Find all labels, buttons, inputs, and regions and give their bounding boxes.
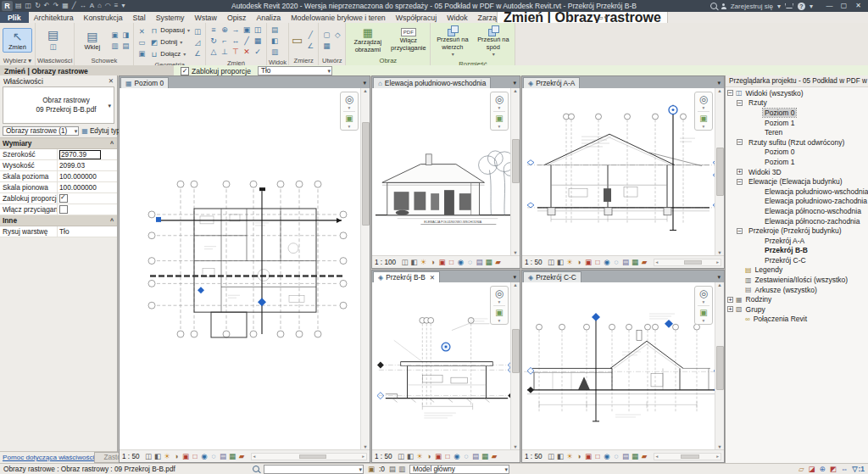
view-tab-poziom-0[interactable]: ▦ Poziom 0: [120, 77, 169, 88]
tree-item[interactable]: Poziom 0: [726, 108, 868, 118]
array-icon[interactable]: ▦: [253, 36, 263, 46]
steering-wheel-icon[interactable]: ◎: [345, 94, 353, 105]
linework-icon[interactable]: ▥: [270, 47, 280, 57]
crop-view-icon[interactable]: ▣: [584, 451, 593, 462]
select-links-icon[interactable]: ▱: [798, 465, 804, 473]
temporary-view-properties-icon[interactable]: ▤: [621, 451, 631, 462]
expander-icon[interactable]: −: [737, 100, 743, 106]
tree-item[interactable]: ▥ Zestawienia/Ilości (wszystko): [726, 275, 868, 285]
view-tab-przekroj-c-c[interactable]: ◈ Przekrój C-C: [523, 271, 581, 282]
navigation-bar[interactable]: ◎ ▾ ▣ ▾: [490, 286, 509, 325]
tree-item[interactable]: Elewacja północno-wschodnia: [726, 206, 868, 216]
property-row[interactable]: Rysuj warstwę Tło: [0, 226, 117, 237]
shadows-icon[interactable]: ◑: [575, 257, 584, 268]
show-crop-region-icon[interactable]: □: [443, 451, 453, 462]
geometry-button[interactable]: ⊓Dopasuj: [149, 25, 190, 36]
ribbon-tab[interactable]: Architektura: [29, 12, 79, 23]
create-group-icon[interactable]: ▢: [321, 30, 331, 40]
hide-analytical-model-icon[interactable]: ▦: [631, 451, 640, 462]
crop-view-icon[interactable]: ▣: [181, 451, 191, 462]
detail-level-icon[interactable]: ◫: [400, 257, 409, 268]
send-to-back-button[interactable]: Przesuń na spód: [474, 25, 512, 59]
print-icon[interactable]: ▦: [62, 0, 69, 12]
sun-path-icon[interactable]: ☀: [415, 451, 425, 462]
properties-close-icon[interactable]: ✕: [108, 77, 114, 85]
text-icon[interactable]: A: [90, 0, 94, 12]
property-row[interactable]: Zablokuj proporcje: [0, 193, 117, 204]
paint-icon[interactable]: ∠: [192, 48, 203, 59]
reveal-hidden-elements-icon[interactable]: ◌: [612, 451, 621, 462]
tree-item[interactable]: Przekrój A-A: [726, 236, 868, 246]
steering-wheel-icon[interactable]: ◎: [699, 94, 708, 105]
hide-element-icon[interactable]: ◧: [270, 36, 280, 46]
aligned-dimension-icon[interactable]: ↔: [80, 0, 86, 12]
join-icon[interactable]: ▣: [136, 48, 147, 59]
view-tab-przekroj-a-a[interactable]: ◈ Przekrój A-A: [523, 77, 580, 88]
tree-item[interactable]: − Elewacje (Elewacja budynku): [726, 176, 868, 187]
edit-type-button[interactable]: ▦ Edytuj typ: [81, 127, 121, 135]
sun-path-icon[interactable]: ☀: [163, 451, 172, 462]
ribbon-tab[interactable]: Stal: [128, 12, 151, 23]
view-tab-elewacja[interactable]: ⌂ Elewacja południowo-wschodnia: [373, 77, 491, 88]
property-row[interactable]: Inne: [0, 215, 117, 226]
type-selector-preview[interactable]: Obraz rastrowy 09 Przekroj B-B.pdf ▾: [3, 86, 114, 124]
reveal-constraints-icon[interactable]: ▰: [490, 451, 499, 462]
temporary-view-properties-icon[interactable]: ▤: [219, 451, 228, 462]
lock-proportions-checkbox[interactable]: ✓ Zablokuj proporcje: [181, 67, 251, 75]
vertical-scrollbar[interactable]: ▲ ▼: [715, 88, 724, 255]
unpin-icon[interactable]: ⊤: [231, 47, 241, 57]
visual-style-icon[interactable]: ◧: [406, 451, 415, 462]
steering-wheel-icon[interactable]: ◎: [699, 288, 708, 299]
crop-view-icon[interactable]: ▣: [437, 257, 447, 268]
reveal-constraints-icon[interactable]: ▰: [493, 257, 503, 268]
reveal-hidden-elements-icon[interactable]: ◌: [612, 257, 621, 268]
redo-icon[interactable]: ↷: [53, 0, 59, 12]
measure-ruler-icon[interactable]: ▭: [292, 33, 303, 47]
rotate-icon[interactable]: ↻: [209, 36, 219, 46]
sun-path-icon[interactable]: ☀: [565, 451, 575, 462]
tree-item[interactable]: + ▦ Rodziny: [726, 294, 868, 304]
reveal-constraints-icon[interactable]: ▰: [640, 257, 649, 268]
temporary-hide-isolate-icon[interactable]: ◉: [456, 257, 465, 268]
shadows-icon[interactable]: ◑: [172, 451, 181, 462]
geometry-button[interactable]: ◩Dotnij: [149, 36, 190, 47]
ribbon-tab[interactable]: Wstaw: [189, 12, 221, 23]
binoculars-icon[interactable]: [253, 466, 259, 472]
reveal-hidden-elements-icon[interactable]: ◌: [465, 257, 475, 268]
cut-icon[interactable]: ◨: [120, 30, 131, 40]
scale-icon[interactable]: △: [209, 47, 219, 57]
cut-geometry-icon[interactable]: ✕: [136, 26, 147, 36]
scale-button[interactable]: 1 : 50: [525, 453, 542, 460]
open-icon[interactable]: ▤: [15, 0, 22, 12]
visual-style-icon[interactable]: ◧: [556, 257, 565, 268]
tree-item[interactable]: Teren: [726, 127, 868, 137]
tree-item[interactable]: Elewacja południowo-wschodnia: [726, 187, 868, 197]
temporary-hide-isolate-icon[interactable]: ◉: [603, 451, 612, 462]
select-pinned-icon[interactable]: ⊕: [820, 465, 826, 473]
ribbon-tab[interactable]: Plik: [0, 12, 29, 23]
tree-item[interactable]: Elewacja północno-zachodnia: [726, 216, 868, 226]
scale-button[interactable]: 1 : 50: [122, 453, 140, 460]
create-similar-icon[interactable]: ◇: [332, 30, 342, 40]
detail-level-icon[interactable]: ◫: [547, 257, 556, 268]
hide-analytical-model-icon[interactable]: ▦: [631, 257, 640, 268]
property-row[interactable]: Skala pionowa 100.000000: [0, 182, 117, 193]
revit-app-icon[interactable]: R: [2, 1, 13, 11]
cope-icon[interactable]: ▭: [136, 37, 147, 47]
detail-level-icon[interactable]: ◫: [144, 451, 153, 462]
match-icon[interactable]: ✓: [253, 47, 263, 57]
show-crop-region-icon[interactable]: □: [593, 257, 603, 268]
close-button[interactable]: ✕: [851, 0, 865, 12]
show-crop-region-icon[interactable]: □: [593, 451, 603, 462]
vertical-scrollbar[interactable]: ▲ ▼: [510, 88, 520, 255]
contextual-tab[interactable]: Zmień | Obrazy rastrowe: [497, 12, 668, 23]
view-list-caret-icon[interactable]: ▾: [363, 80, 370, 88]
tree-item[interactable]: − Przekroje (Przekrój budynku): [726, 226, 868, 236]
close-view-icon[interactable]: ✕: [430, 274, 435, 282]
split-face-icon[interactable]: ◿: [192, 37, 203, 47]
expander-icon[interactable]: −: [737, 139, 743, 145]
steering-wheel-icon[interactable]: ◎: [495, 288, 504, 299]
minimize-button[interactable]: —: [822, 0, 837, 12]
mirror-icon[interactable]: ◫: [253, 25, 263, 35]
temporary-hide-isolate-icon[interactable]: ◉: [200, 451, 209, 462]
